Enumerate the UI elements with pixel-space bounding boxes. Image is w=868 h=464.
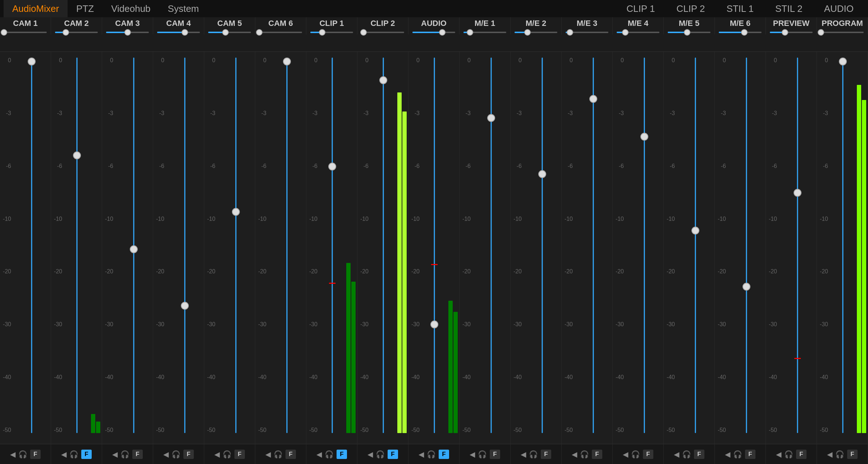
mute-button[interactable]: ◀	[674, 450, 679, 459]
v-fader-knob[interactable]	[130, 245, 138, 253]
solo-button[interactable]: 🎧	[18, 450, 27, 459]
h-fader-track[interactable]	[55, 32, 98, 33]
nav-clip1[interactable]: CLIP 1	[616, 0, 666, 17]
f-button[interactable]: F	[847, 450, 857, 459]
mute-button[interactable]: ◀	[521, 450, 526, 459]
v-fader-knob[interactable]	[28, 58, 36, 65]
h-fader-track[interactable]	[4, 32, 47, 33]
f-button[interactable]: F	[541, 450, 551, 459]
h-fader-thumb[interactable]	[182, 29, 188, 36]
f-button[interactable]: F	[234, 450, 245, 459]
f-button[interactable]: F	[285, 450, 296, 459]
v-fader-knob[interactable]	[589, 95, 597, 103]
h-fader-track[interactable]	[361, 32, 405, 33]
v-fader-knob[interactable]	[232, 208, 240, 216]
mute-button[interactable]: ◀	[163, 450, 169, 459]
h-fader-track[interactable]	[515, 32, 558, 33]
v-fader-col[interactable]	[574, 52, 612, 444]
f-button[interactable]: F	[30, 450, 40, 459]
solo-button[interactable]: 🎧	[784, 450, 793, 459]
h-fader-thumb[interactable]	[524, 29, 531, 36]
v-fader-knob[interactable]	[73, 151, 81, 159]
mute-button[interactable]: ◀	[112, 450, 118, 459]
v-fader-col[interactable]	[523, 52, 561, 444]
h-fader-thumb[interactable]	[124, 29, 131, 36]
v-fader-col[interactable]	[421, 52, 448, 444]
h-fader-thumb[interactable]	[439, 29, 446, 36]
f-button[interactable]: F	[388, 450, 398, 459]
v-fader-col[interactable]	[268, 52, 306, 444]
nav-audio[interactable]: AUDIO	[813, 0, 864, 17]
v-fader-col[interactable]	[12, 52, 51, 444]
v-fader-col[interactable]	[676, 52, 714, 444]
v-fader-col[interactable]	[63, 52, 90, 444]
solo-button[interactable]: 🎧	[529, 450, 538, 459]
v-fader-col[interactable]	[472, 52, 510, 444]
h-fader-track[interactable]	[259, 32, 302, 33]
v-fader-knob[interactable]	[328, 163, 336, 170]
mute-button[interactable]: ◀	[10, 450, 15, 459]
f-button[interactable]: F	[81, 450, 91, 459]
h-fader-track[interactable]	[668, 32, 711, 33]
f-button[interactable]: F	[745, 450, 755, 459]
h-fader-thumb[interactable]	[467, 29, 473, 36]
v-fader-knob[interactable]	[794, 189, 801, 197]
h-fader-track[interactable]	[310, 32, 353, 33]
mute-button[interactable]: ◀	[827, 450, 832, 459]
v-fader-knob[interactable]	[487, 114, 495, 122]
nav-system[interactable]: System	[159, 0, 208, 17]
h-fader-thumb[interactable]	[222, 29, 229, 36]
h-fader-track[interactable]	[719, 32, 762, 33]
v-fader-knob[interactable]	[691, 227, 699, 235]
h-fader-thumb[interactable]	[622, 29, 629, 36]
solo-button[interactable]: 🎧	[631, 450, 640, 459]
f-button[interactable]: F	[643, 450, 653, 459]
mute-button[interactable]: ◀	[367, 450, 373, 459]
h-fader-thumb[interactable]	[567, 29, 573, 36]
solo-button[interactable]: 🎧	[427, 450, 436, 459]
h-fader-track[interactable]	[106, 32, 149, 33]
h-fader-thumb[interactable]	[1, 29, 7, 36]
solo-button[interactable]: 🎧	[580, 450, 589, 459]
h-fader-track[interactable]	[208, 32, 251, 33]
v-fader-col[interactable]	[829, 52, 856, 444]
solo-button[interactable]: 🎧	[376, 450, 385, 459]
solo-button[interactable]: 🎧	[120, 450, 129, 459]
nav-stil2[interactable]: STIL 2	[764, 0, 813, 17]
mute-button[interactable]: ◀	[470, 450, 475, 459]
solo-button[interactable]: 🎧	[172, 450, 181, 459]
v-fader-col[interactable]	[625, 52, 663, 444]
v-fader-knob[interactable]	[743, 283, 750, 291]
v-fader-knob[interactable]	[379, 76, 387, 84]
solo-button[interactable]: 🎧	[835, 450, 844, 459]
h-fader-track[interactable]	[821, 32, 864, 33]
h-fader-thumb[interactable]	[782, 29, 788, 36]
f-button[interactable]: F	[694, 450, 704, 459]
h-fader-track[interactable]	[617, 32, 660, 33]
v-fader-knob[interactable]	[839, 58, 847, 65]
h-fader-thumb[interactable]	[319, 29, 325, 36]
h-fader-thumb[interactable]	[63, 29, 69, 36]
nav-stil1[interactable]: STIL 1	[716, 0, 764, 17]
mute-button[interactable]: ◀	[419, 450, 424, 459]
v-fader-knob[interactable]	[283, 58, 291, 65]
f-button[interactable]: F	[439, 450, 449, 459]
h-fader-thumb[interactable]	[684, 29, 690, 36]
mute-button[interactable]: ◀	[572, 450, 577, 459]
h-fader-thumb[interactable]	[360, 29, 367, 36]
v-fader-knob[interactable]	[538, 170, 546, 178]
v-fader-knob[interactable]	[430, 320, 438, 328]
h-fader-track[interactable]	[566, 32, 609, 33]
v-fader-col[interactable]	[370, 52, 397, 444]
mute-button[interactable]: ◀	[776, 450, 781, 459]
solo-button[interactable]: 🎧	[733, 450, 742, 459]
h-fader-track[interactable]	[412, 32, 456, 33]
mute-button[interactable]: ◀	[265, 450, 271, 459]
v-fader-col[interactable]	[319, 52, 346, 444]
v-fader-col[interactable]	[165, 52, 204, 444]
h-fader-track[interactable]	[770, 32, 813, 33]
h-fader-thumb[interactable]	[818, 29, 824, 36]
solo-button[interactable]: 🎧	[478, 450, 487, 459]
v-fader-knob[interactable]	[181, 302, 189, 310]
mute-button[interactable]: ◀	[214, 450, 220, 459]
